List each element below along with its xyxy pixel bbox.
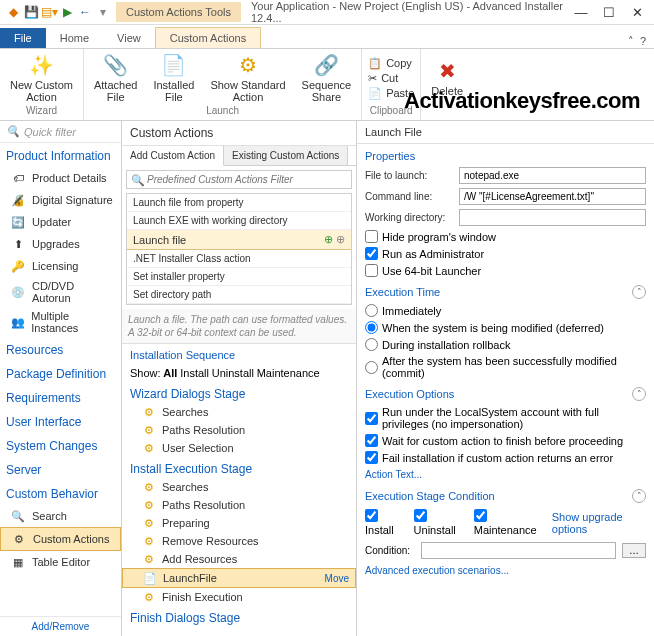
stage-paths-resolution-2[interactable]: ⚙Paths Resolution <box>122 496 356 514</box>
action-launch-file-from-property[interactable]: Launch file from property <box>127 194 351 212</box>
fail-on-error-label: Fail installation if custom action retur… <box>382 452 613 464</box>
wizard-dialogs-stage-header[interactable]: Wizard Dialogs Stage <box>122 382 356 403</box>
show-upgrade-options-link[interactable]: Show upgrade options <box>552 511 646 535</box>
nav-header-system-changes[interactable]: System Changes <box>0 433 121 457</box>
condition-browse-button[interactable]: … <box>622 543 646 558</box>
nav-custom-actions[interactable]: ⚙Custom Actions <box>0 527 121 551</box>
sequence-share-button[interactable]: 🔗 Sequence Share <box>298 51 356 105</box>
stage-launchfile[interactable]: 📄LaunchFileMove <box>122 568 356 588</box>
qat-dropdown-icon[interactable]: ▾ <box>96 5 110 19</box>
stage-finish-execution[interactable]: ⚙Finish Execution <box>122 588 356 606</box>
nav-header-product-info[interactable]: Product Information <box>0 143 121 167</box>
collapse-icon[interactable]: ˄ <box>632 387 646 401</box>
finish-dialogs-stage-header[interactable]: Finish Dialogs Stage <box>122 606 356 627</box>
add-action-alt-icon[interactable]: ⊕ <box>336 233 345 246</box>
fail-on-error-checkbox[interactable] <box>365 451 378 464</box>
save-icon[interactable]: 💾 <box>24 5 38 19</box>
action-launch-exe-working-dir[interactable]: Launch EXE with working directory <box>127 212 351 230</box>
radio-immediately[interactable] <box>365 304 378 317</box>
run-icon[interactable]: ▶ <box>60 5 74 19</box>
cond-install-checkbox[interactable] <box>365 509 378 522</box>
nav-header-resources[interactable]: Resources <box>0 337 121 361</box>
stage-preparing[interactable]: ⚙Preparing <box>122 514 356 532</box>
action-dotnet-installer[interactable]: .NET Installer Class action <box>127 250 351 268</box>
cut-button[interactable]: ✂ Cut <box>368 72 414 85</box>
stage-searches-1[interactable]: ⚙Searches <box>122 403 356 421</box>
advanced-scenarios-link[interactable]: Advanced execution scenarios... <box>357 562 654 579</box>
nav-table-editor[interactable]: ▦Table Editor <box>0 551 121 573</box>
maximize-button[interactable]: ☐ <box>596 2 622 22</box>
copy-button[interactable]: 📋 Copy <box>368 57 414 70</box>
stage-remove-resources[interactable]: ⚙Remove Resources <box>122 532 356 550</box>
stage-paths-resolution-1[interactable]: ⚙Paths Resolution <box>122 421 356 439</box>
file-to-launch-input[interactable] <box>459 167 646 184</box>
show-standard-action-button[interactable]: ⚙ Show Standard Action <box>206 51 289 105</box>
radio-commit[interactable] <box>365 361 378 374</box>
action-text-link[interactable]: Action Text... <box>357 466 654 483</box>
stage-add-resources[interactable]: ⚙Add Resources <box>122 550 356 568</box>
new-custom-action-button[interactable]: ✨ New Custom Action <box>6 51 77 105</box>
tab-custom-actions[interactable]: Custom Actions <box>155 27 261 48</box>
command-line-input[interactable] <box>459 188 646 205</box>
use-64bit-label: Use 64-bit Launcher <box>382 265 481 277</box>
attached-file-button[interactable]: 📎 Attached File <box>90 51 141 105</box>
upgrades-icon: ⬆ <box>10 236 26 252</box>
row-command-line: Command line: <box>357 186 654 207</box>
nav-product-details[interactable]: 🏷Product Details <box>0 167 121 189</box>
stage-user-selection[interactable]: ⚙User Selection <box>122 439 356 457</box>
tab-home[interactable]: Home <box>46 28 103 48</box>
nav-multiple-instances[interactable]: 👥Multiple Instances <box>0 307 121 337</box>
tab-view[interactable]: View <box>103 28 155 48</box>
cond-uninstall-checkbox[interactable] <box>414 509 427 522</box>
install-execution-stage-header[interactable]: Install Execution Stage <box>122 457 356 478</box>
use-64bit-checkbox[interactable] <box>365 264 378 277</box>
action-launch-file[interactable]: Launch file ⊕ ⊕ <box>127 230 351 250</box>
run-admin-checkbox[interactable] <box>365 247 378 260</box>
filter-uninstall[interactable]: Uninstall <box>212 367 254 379</box>
filter-all[interactable]: All <box>163 367 177 379</box>
nav-header-package-def[interactable]: Package Definition <box>0 361 121 385</box>
wait-finish-checkbox[interactable] <box>365 434 378 447</box>
filter-maintenance[interactable]: Maintenance <box>257 367 320 379</box>
mid-title: Custom Actions <box>122 121 356 146</box>
cond-maintenance-checkbox[interactable] <box>474 509 487 522</box>
ribbon-collapse-icon[interactable]: ˄ <box>628 35 634 48</box>
localsystem-checkbox[interactable] <box>365 412 378 425</box>
build-icon[interactable]: ▤▾ <box>42 5 56 19</box>
hide-window-checkbox[interactable] <box>365 230 378 243</box>
move-link[interactable]: Move <box>325 573 349 584</box>
action-set-installer-property[interactable]: Set installer property <box>127 268 351 286</box>
nav-footer-add-remove[interactable]: Add/Remove <box>0 616 121 636</box>
collapse-icon[interactable]: ˄ <box>632 489 646 503</box>
condition-input[interactable] <box>421 542 616 559</box>
minimize-button[interactable]: — <box>568 2 594 22</box>
radio-deferred[interactable] <box>365 321 378 334</box>
collapse-icon[interactable]: ˄ <box>632 285 646 299</box>
back-icon[interactable]: ← <box>78 5 92 19</box>
nav-header-requirements[interactable]: Requirements <box>0 385 121 409</box>
predefined-filter-input[interactable] <box>126 170 352 189</box>
nav-header-custom-behavior[interactable]: Custom Behavior <box>0 481 121 505</box>
gear-icon: ⚙ <box>142 534 156 548</box>
nav-updater[interactable]: 🔄Updater <box>0 211 121 233</box>
quick-filter[interactable]: 🔍 Quick filter <box>0 121 121 143</box>
nav-header-user-interface[interactable]: User Interface <box>0 409 121 433</box>
nav-search[interactable]: 🔍Search <box>0 505 121 527</box>
working-dir-input[interactable] <box>459 209 646 226</box>
nav-header-server[interactable]: Server <box>0 457 121 481</box>
tab-file[interactable]: File <box>0 28 46 48</box>
close-button[interactable]: ✕ <box>624 2 650 22</box>
radio-rollback[interactable] <box>365 338 378 351</box>
nav-cddvd-autorun[interactable]: 💿CD/DVD Autorun <box>0 277 121 307</box>
filter-install[interactable]: Install <box>180 367 209 379</box>
stage-searches-2[interactable]: ⚙Searches <box>122 478 356 496</box>
nav-upgrades[interactable]: ⬆Upgrades <box>0 233 121 255</box>
nav-digital-signature[interactable]: 🔏Digital Signature <box>0 189 121 211</box>
add-action-icon[interactable]: ⊕ <box>324 233 333 246</box>
installed-file-button[interactable]: 📄 Installed File <box>149 51 198 105</box>
nav-licensing[interactable]: 🔑Licensing <box>0 255 121 277</box>
subtab-add-custom-action[interactable]: Add Custom Action <box>122 146 224 166</box>
action-set-directory-path[interactable]: Set directory path <box>127 286 351 304</box>
subtab-existing[interactable]: Existing Custom Actions <box>224 146 348 165</box>
help-icon[interactable]: ? <box>640 35 646 48</box>
